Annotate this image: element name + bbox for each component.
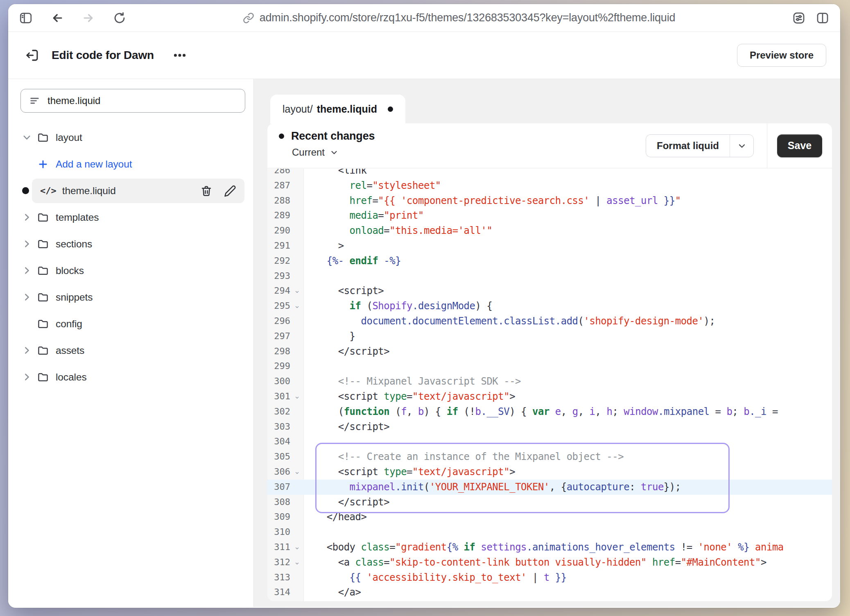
code-line-text[interactable]: <script>	[304, 283, 832, 299]
page-settings-icon[interactable]	[792, 11, 806, 25]
code-line-301: 301⌄ <script type="text/javascript">	[267, 389, 832, 404]
code-line-text[interactable]: </head>	[304, 510, 832, 525]
page-title: Edit code for Dawn	[52, 49, 154, 62]
sidebar-item-theme-liquid[interactable]: </>theme.liquid	[8, 177, 253, 204]
code-line-text[interactable]: </script>	[304, 419, 832, 435]
code-line-308: 308 </script>	[267, 495, 832, 510]
code-line-text[interactable]: >	[304, 238, 832, 254]
folder-label: assets	[56, 345, 84, 356]
sidebar-item-layout[interactable]: layout	[8, 124, 253, 151]
fold-toggle-icon[interactable]: ⌄	[290, 464, 304, 480]
fold-toggle-icon[interactable]: ⌄	[290, 389, 304, 404]
sidebar-item-assets[interactable]: assets	[8, 337, 253, 364]
fold-toggle-icon[interactable]: ⌄	[290, 555, 304, 570]
code-line-text[interactable]	[304, 434, 832, 449]
preview-store-button[interactable]: Preview store	[737, 44, 826, 67]
line-number: 300	[267, 374, 290, 389]
fold-toggle-icon[interactable]: ⌄	[290, 540, 304, 555]
file-label: theme.liquid	[62, 185, 116, 197]
chevron-right-icon[interactable]	[22, 292, 32, 302]
code-lines: 286 <link287 rel="stylesheet"288 href="{…	[267, 169, 832, 600]
code-line-text[interactable]: onload="this.media='all'"	[304, 223, 832, 238]
code-line-text[interactable]: mixpanel.init('YOUR_MIXPANEL_TOKEN', {au…	[304, 480, 832, 495]
code-line-text[interactable]: <script type="text/javascript">	[304, 464, 832, 480]
chevron-right-icon[interactable]	[22, 372, 32, 382]
format-liquid-caret[interactable]	[730, 135, 753, 157]
fold-toggle-icon[interactable]: ⌄	[290, 299, 304, 314]
code-line-text[interactable]: <body class="gradient{% if settings.anim…	[304, 540, 832, 555]
code-line-289: 289 media="print"	[267, 208, 832, 223]
save-button[interactable]: Save	[777, 134, 822, 157]
sidebar-item-locales[interactable]: locales	[8, 364, 253, 390]
pencil-icon[interactable]	[224, 185, 236, 197]
chevron-down-icon	[330, 148, 339, 157]
folder-icon	[37, 211, 49, 224]
chevron-right-icon[interactable]	[22, 239, 32, 249]
code-line-text[interactable]: </script>	[304, 495, 832, 510]
version-dropdown[interactable]: Current	[292, 147, 339, 158]
folder-icon	[37, 265, 49, 277]
chevron-right-icon[interactable]	[22, 345, 32, 356]
code-area[interactable]: 286 <link287 rel="stylesheet"288 href="{…	[267, 169, 832, 601]
line-number: 311	[267, 540, 290, 555]
code-line-text[interactable]: {%- endif -%}	[304, 254, 832, 269]
code-line-text[interactable]: href="{{ 'component-predictive-search.cs…	[304, 193, 832, 208]
sidebar-item-blocks[interactable]: blocks	[8, 257, 253, 284]
code-line-text[interactable]	[304, 525, 832, 540]
code-line-text[interactable]: </a>	[304, 585, 832, 600]
sidebar-toggle-icon[interactable]	[19, 11, 33, 25]
code-line-text[interactable]: document.documentElement.classList.add('…	[304, 314, 832, 329]
file-search[interactable]	[20, 89, 245, 113]
sidebar-item-snippets[interactable]: snippets	[8, 284, 253, 310]
code-line-text[interactable]: }	[304, 329, 832, 344]
sidebar-item-config[interactable]: config	[8, 310, 253, 337]
folder-label: layout	[56, 132, 82, 143]
exit-editor-icon[interactable]	[25, 48, 40, 63]
format-liquid-button[interactable]: Format liquid	[646, 135, 730, 157]
line-number: 314	[267, 585, 290, 600]
code-line-text[interactable]: <script type="text/javascript">	[304, 389, 832, 404]
chevron-right-icon[interactable]	[22, 212, 32, 222]
code-line-text[interactable]: media="print"	[304, 208, 832, 223]
code-line-text[interactable]: rel="stylesheet"	[304, 178, 832, 193]
line-number: 291	[267, 238, 290, 254]
trash-icon[interactable]	[200, 185, 212, 197]
chevron-right-icon[interactable]	[22, 265, 32, 276]
folder-icon	[37, 371, 49, 383]
more-actions-icon[interactable]	[173, 48, 187, 62]
code-line-text[interactable]: </script>	[304, 344, 832, 359]
code-line-text[interactable]: (function (f, b) { if (!b.__SV) { var e,…	[304, 404, 832, 419]
code-line-text[interactable]: {{ 'accessibility.skip_to_text' | t }}	[304, 570, 832, 585]
code-line-text[interactable]: if (Shopify.designMode) {	[304, 299, 832, 314]
code-line-text[interactable]	[304, 359, 832, 374]
link-icon	[243, 12, 254, 24]
code-line-292: 292 {%- endif -%}	[267, 254, 832, 269]
sidebar-item-templates[interactable]: templates	[8, 204, 253, 231]
code-line-text[interactable]	[304, 269, 832, 284]
code-line-309: 309 </head>	[267, 510, 832, 525]
fold-toggle-icon[interactable]: ⌄	[290, 283, 304, 299]
split-view-icon[interactable]	[816, 11, 830, 25]
search-input[interactable]	[47, 95, 237, 106]
folder-label: locales	[56, 371, 87, 383]
folder-icon	[37, 131, 49, 144]
recent-changes-title: Recent changes	[291, 130, 375, 143]
tab-file: theme.liquid	[317, 103, 377, 115]
file-sidebar: layoutAdd a new layout</>theme.liquidtem…	[8, 79, 254, 607]
line-number: 296	[267, 314, 290, 329]
code-line-text[interactable]: <link	[304, 169, 832, 178]
tab-theme-liquid[interactable]: layout/ theme.liquid	[270, 95, 405, 124]
forward-icon[interactable]	[82, 11, 95, 25]
chevron-down-icon[interactable]	[22, 132, 32, 143]
browser-window: admin.shopify.com/store/rzq1xu-f5/themes…	[8, 4, 840, 608]
code-line-text[interactable]: <!-- Mixpanel Javascript SDK -->	[304, 374, 832, 389]
back-icon[interactable]	[51, 11, 64, 25]
reload-icon[interactable]	[113, 11, 126, 25]
code-line-286: 286 <link	[267, 169, 832, 178]
sidebar-item-sections[interactable]: sections	[8, 231, 253, 257]
code-line-text[interactable]: <a class="skip-to-content-link button vi…	[304, 555, 832, 570]
code-line-text[interactable]: <!-- Create an instance of the Mixpanel …	[304, 449, 832, 464]
sidebar-item-add-new-layout[interactable]: Add a new layout	[8, 151, 253, 177]
address-bar[interactable]: admin.shopify.com/store/rzq1xu-f5/themes…	[126, 11, 792, 24]
folder-icon	[37, 238, 49, 250]
